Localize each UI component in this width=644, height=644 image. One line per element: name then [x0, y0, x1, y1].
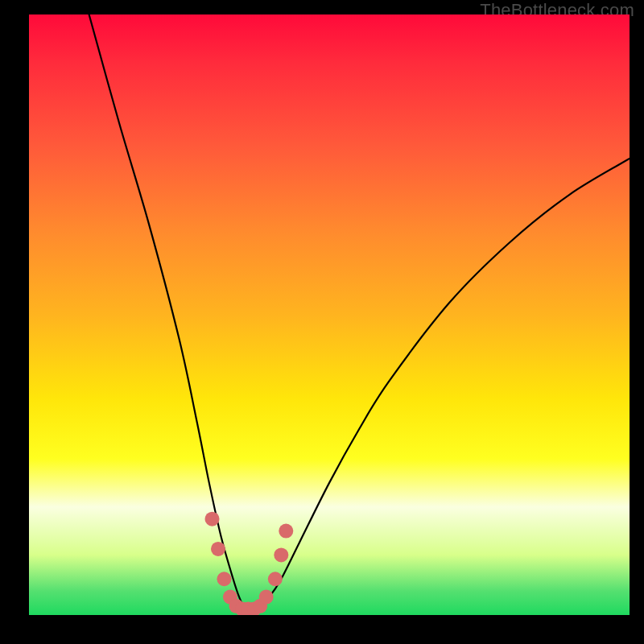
trough-marker-dot — [217, 572, 231, 586]
plot-area — [29, 14, 630, 615]
trough-marker-dot — [274, 547, 288, 562]
trough-marker-dot — [279, 524, 293, 539]
trough-marker-dot — [259, 590, 274, 605]
trough-marker-dot — [268, 572, 283, 586]
bottleneck-curve-svg — [29, 14, 630, 615]
trough-marker-dot — [205, 512, 220, 526]
chart-frame: TheBottleneck.com — [0, 0, 644, 644]
bottleneck-curve-line — [89, 14, 630, 610]
trough-marker-dot — [211, 542, 225, 556]
